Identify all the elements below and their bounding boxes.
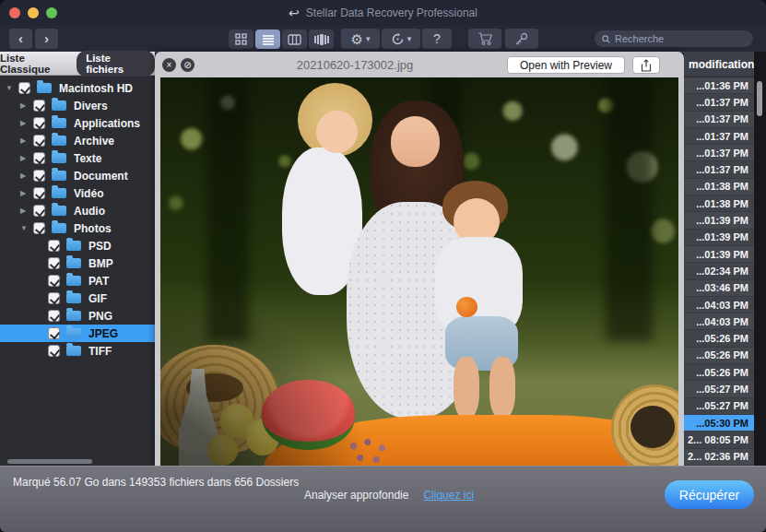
tab-liste-fichiers[interactable]: Liste fichiers [77,51,155,77]
disclosure-collapsed-icon[interactable]: ▶ [20,136,33,145]
back-chevron-icon: ‹ [18,30,23,46]
tree-label: JPEG [88,327,118,340]
toolbar: ‹ › ⚙ ▾ ▾ ? [0,26,766,52]
file-row[interactable]: ...05:26 PM [684,364,754,381]
caret-down-icon: ▾ [366,34,371,43]
tree-row-bmp[interactable]: BMP [0,254,155,272]
tree-row-divers[interactable]: ▶ Divers [0,97,155,114]
checkbox-checked[interactable] [33,152,45,164]
tree-row-jpeg-selected[interactable]: JPEG [0,325,155,342]
gear-icon: ⚙ [351,32,363,46]
coverflow-view-button[interactable] [309,30,334,49]
scan-history-dropdown-button[interactable]: ▾ [382,29,420,49]
file-row[interactable]: ...05:27 PM [684,398,754,415]
file-row[interactable]: ...01:39 PM [684,246,754,263]
tree-row-macintosh-hd[interactable]: ▼ Macintosh HD [0,79,155,97]
file-row[interactable]: ...01:39 PM [684,230,754,246]
help-button[interactable]: ? [422,29,452,49]
file-row-selected[interactable]: ...05:30 PM [684,415,754,432]
photo-boy-leg [489,357,515,419]
tree-row-gif[interactable]: GIF [0,290,155,307]
checkbox-checked[interactable] [33,135,45,147]
settings-dropdown-button[interactable]: ⚙ ▾ [341,29,380,49]
disclosure-collapsed-icon[interactable]: ▶ [20,207,33,215]
forward-button[interactable]: › [35,29,58,49]
activation-key-button[interactable] [505,29,538,49]
tree-row-video[interactable]: ▶ Vidéo [0,184,155,202]
tree-row-tiff[interactable]: TIFF [0,342,155,360]
checkbox-checked[interactable] [33,170,45,182]
checkbox-checked[interactable] [33,117,45,129]
folder-icon [66,276,81,286]
buy-cart-button[interactable] [468,29,501,49]
modification-column-header[interactable]: modification [684,52,754,77]
file-row[interactable]: ...03:46 PM [684,280,754,297]
file-row[interactable]: ...01:36 PM [684,77,754,94]
file-row[interactable]: ...01:37 PM [684,128,754,145]
tree-row-audio[interactable]: ▶ Audio [0,202,155,219]
disclosure-expanded-icon[interactable]: ▼ [20,224,33,232]
checkbox-checked[interactable] [48,240,60,252]
checkbox-checked[interactable] [48,257,60,269]
checkbox-checked[interactable] [33,187,45,199]
file-row[interactable]: ...05:26 PM [684,330,754,347]
grid-view-button[interactable] [229,30,253,49]
file-row[interactable]: 2... 08:05 PM [684,432,754,448]
sidebar-horizontal-scrollbar [0,458,155,466]
tree-row-texte[interactable]: ▶ Texte [0,149,155,167]
tab-liste-classique[interactable]: Liste Classique [0,53,71,75]
tree-label: Vidéo [74,187,103,200]
close-icon: × [167,61,172,70]
checkbox-checked[interactable] [33,100,45,112]
file-row[interactable]: ...04:03 PM [684,297,754,313]
file-row[interactable]: ...01:37 PM [684,112,754,128]
list-view-button[interactable] [255,30,280,49]
scrollbar-thumb[interactable] [7,459,92,464]
tree-row-psd[interactable]: PSD [0,237,155,254]
file-row[interactable]: ...01:38 PM [684,195,754,212]
scrollbar-thumb[interactable] [757,81,762,116]
disclosure-collapsed-icon[interactable]: ▶ [20,154,33,162]
disclosure-collapsed-icon[interactable]: ▶ [20,119,33,127]
checkbox-checked[interactable] [18,82,30,94]
checkbox-checked[interactable] [33,222,45,234]
checkbox-checked[interactable] [33,205,45,217]
checkbox-checked[interactable] [48,292,60,304]
file-row[interactable]: 2... 02:36 PM [684,449,754,466]
file-row[interactable]: ...05:26 PM [684,348,754,364]
file-row[interactable]: ...01:37 PM [684,94,754,111]
file-row[interactable]: ...01:37 PM [684,161,754,178]
checkbox-checked[interactable] [48,275,60,287]
tree-row-archive[interactable]: ▶ Archive [0,132,155,149]
file-row[interactable]: ...05:27 PM [684,381,754,397]
back-button[interactable]: ‹ [9,29,32,49]
share-button[interactable] [632,56,660,74]
tree-row-document[interactable]: ▶ Document [0,167,155,184]
deep-scan-link[interactable]: Cliquez ici [423,489,474,502]
file-row[interactable]: ...04:03 PM [684,313,754,330]
tree-row-photos[interactable]: ▼ Photos [0,219,155,237]
file-row[interactable]: ...01:39 PM [684,212,754,229]
tree-row-png[interactable]: PNG [0,307,155,325]
search-input[interactable] [615,33,746,44]
tree-row-applications[interactable]: ▶ Applications [0,114,155,132]
checkbox-checked[interactable] [48,327,60,339]
checkbox-checked[interactable] [48,310,60,322]
file-row[interactable]: ...01:38 PM [684,179,754,195]
preview-close-button[interactable]: × [162,58,176,72]
disclosure-collapsed-icon[interactable]: ▶ [20,101,33,110]
tree-row-pat[interactable]: PAT [0,272,155,290]
preview-disable-button[interactable]: ⊘ [181,58,194,72]
column-view-button[interactable] [282,30,307,49]
sidebar-tabbar: Liste Classique Liste fichiers [0,52,155,76]
file-row[interactable]: ...02:34 PM [684,263,754,279]
open-with-preview-button[interactable]: Open with Preview [507,56,625,74]
disclosure-collapsed-icon[interactable]: ▶ [20,171,33,180]
recover-button[interactable]: Récupérer [665,480,754,509]
disclosure-collapsed-icon[interactable]: ▶ [20,189,33,197]
photo-boy-leg [454,357,479,419]
tree-label: Applications [74,117,140,130]
checkbox-checked[interactable] [48,345,60,357]
file-row[interactable]: ...01:37 PM [684,145,754,161]
disclosure-expanded-icon[interactable]: ▼ [6,84,18,92]
